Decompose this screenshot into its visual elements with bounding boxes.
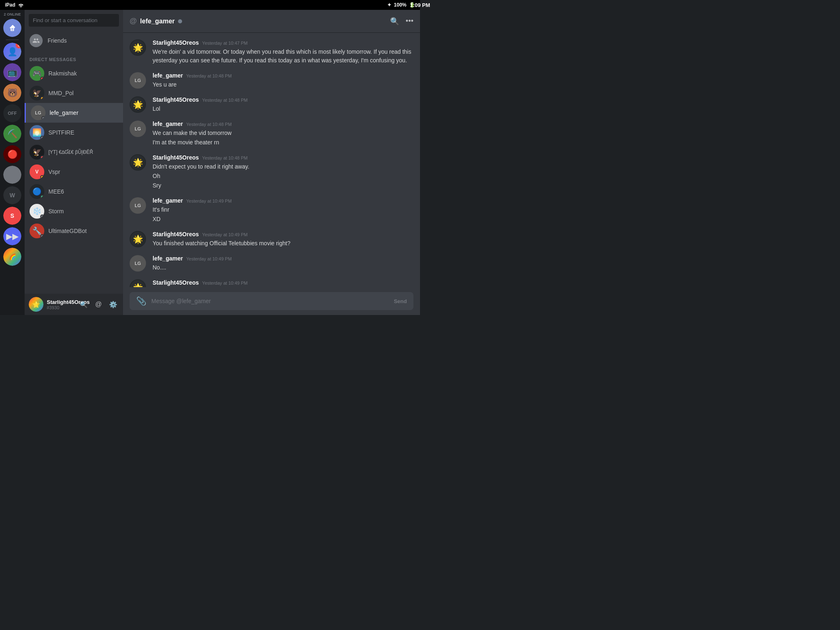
user-info: Starlight45Oreos #3930 [47, 299, 75, 310]
message-input[interactable] [151, 298, 389, 304]
message-group-1: 🌟 Starlight45Oreos Yesterday at 10:47 PM… [130, 39, 413, 66]
msg-author-7: Starlight45Oreos [153, 231, 199, 237]
server-sidebar: 2 ONLINE 👤 5 📺 🐻 OFF ⛏️ 🔴 [0, 10, 25, 315]
msg-avatar-lefe-3: LG [130, 197, 146, 214]
chat-username: lefe_gamer [140, 18, 175, 25]
dm-item-lefegamer[interactable]: LG lefe_gamer [25, 103, 123, 123]
friends-label: Friends [48, 37, 67, 44]
msg-author-3: Starlight45Oreos [153, 96, 199, 103]
time-display: 1:09 PM [410, 2, 420, 8]
msg-avatar-lefe-2: LG [130, 121, 146, 137]
status-dot-lefegamer [41, 116, 46, 120]
server-icon-official[interactable]: OFF [3, 104, 21, 122]
msg-timestamp-8: Yesterday at 10:49 PM [186, 256, 232, 261]
dm-item-rakmishak[interactable]: 🎮 Rakmishak [25, 64, 123, 83]
server-icon-bear[interactable]: 🐻 [3, 84, 21, 102]
search-button[interactable]: 🔍 [390, 17, 399, 26]
dm-name-mmdpol: MMD_Pol [48, 90, 73, 96]
msg-author-9: Starlight45Oreos [153, 279, 199, 286]
dm-name-mee6: MEE6 [48, 188, 64, 195]
user-name: Starlight45Oreos [47, 299, 75, 305]
battery-label: 100% [394, 2, 406, 8]
msg-author-2: lefe_gamer [153, 72, 183, 79]
dm-item-eagle[interactable]: 🦅 [YT] €∆Ɠ£€ βŨĮĐĒŘ [25, 142, 123, 162]
chat-status-dot [178, 19, 182, 23]
dm-item-spitfire[interactable]: 🌅 SPITFIRE [25, 123, 123, 142]
status-dot-ultimategdbot [40, 234, 44, 238]
message-group-9: 🌟 Starlight45Oreos Yesterday at 10:49 PM [130, 279, 413, 287]
server-icon-w[interactable]: W [3, 186, 21, 204]
message-group-8: LG lefe_gamer Yesterday at 10:49 PM No..… [130, 255, 413, 273]
message-group-2: LG lefe_gamer Yesterday at 10:48 PM Yes … [130, 72, 413, 90]
dm-name-vspr: Vspr [48, 169, 60, 175]
dm-name-spitfire: SPITFIRE [48, 129, 74, 136]
attach-button[interactable]: 📎 [136, 296, 146, 306]
mention-button[interactable]: @ [93, 299, 104, 310]
msg-header-5: Starlight45Oreos Yesterday at 10:48 PM [153, 154, 413, 161]
dm-name-storm: Storm [48, 208, 64, 215]
msg-text-3: Lol [153, 105, 413, 113]
send-button[interactable]: Send [394, 298, 407, 304]
dm-list: 🎮 Rakmishak 🦅 MMD_Pol LG lefe_gamer [25, 64, 123, 294]
msg-avatar-star-4: 🌟 [130, 231, 146, 247]
more-button[interactable]: ••• [406, 17, 413, 25]
settings-button[interactable]: ⚙️ [107, 299, 119, 310]
search-box[interactable]: Find or start a conversation [29, 14, 119, 27]
server-icon-arrow[interactable]: ▶▶ [3, 227, 21, 245]
dm-home-button[interactable] [3, 19, 21, 37]
msg-text-2: Yes u are [153, 80, 413, 89]
user-actions: 🔍 @ ⚙️ [78, 299, 119, 310]
msg-header-7: Starlight45Oreos Yesterday at 10:49 PM [153, 231, 413, 237]
message-group-7: 🌟 Starlight45Oreos Yesterday at 10:49 PM… [130, 231, 413, 249]
dm-item-ultimategdbot[interactable]: 🔧 UltimateGDBot [25, 221, 123, 241]
msg-content-3: Starlight45Oreos Yesterday at 10:48 PM L… [153, 96, 413, 114]
msg-author-4: lefe_gamer [153, 121, 183, 127]
msg-content-1: Starlight45Oreos Yesterday at 10:47 PM W… [153, 39, 413, 66]
dm-item-mmdpol[interactable]: 🦅 MMD_Pol [25, 83, 123, 103]
status-dot-spitfire [40, 136, 44, 140]
server-icon-gray[interactable] [3, 166, 21, 184]
friends-icon [32, 37, 40, 44]
wifi-icon [18, 2, 24, 7]
message-group-5: 🌟 Starlight45Oreos Yesterday at 10:48 PM… [130, 154, 413, 191]
friends-item[interactable]: Friends [25, 31, 123, 50]
dm-avatar-ultimategdbot: 🔧 [30, 224, 44, 238]
server-icon-colorful[interactable]: 🌈 [3, 248, 21, 266]
msg-avatar-star-1: 🌟 [130, 39, 146, 56]
dm-item-vspr[interactable]: V Vspr [25, 162, 123, 182]
dm-avatar-mee6: 🔵 [30, 184, 44, 199]
msg-avatar-star-3: 🌟 [130, 154, 146, 171]
msg-header-3: Starlight45Oreos Yesterday at 10:48 PM [153, 96, 413, 103]
dm-avatar-eagle: 🦅 [30, 145, 44, 160]
msg-timestamp-3: Yesterday at 10:48 PM [202, 98, 248, 103]
dm-avatar-spitfire: 🌅 [30, 125, 44, 140]
msg-text-6: It's finr XD [153, 205, 413, 224]
msg-text-7: You finished watching Official Teletubbi… [153, 239, 413, 248]
msg-timestamp-5: Yesterday at 10:48 PM [202, 155, 248, 160]
dm-item-mee6[interactable]: 🔵 MEE6 [25, 182, 123, 201]
dm-sidebar: Find or start a conversation Friends DIR… [25, 10, 123, 315]
bluetooth-icon: ✦ [387, 2, 391, 8]
status-dot-mee6 [40, 195, 44, 199]
mic-search-button[interactable]: 🔍 [78, 299, 89, 310]
msg-author-8: lefe_gamer [153, 255, 183, 262]
msg-content-6: lefe_gamer Yesterday at 10:49 PM It's fi… [153, 197, 413, 224]
status-dot-rakmishak [40, 77, 44, 81]
dm-item-storm[interactable]: ❄️ Storm [25, 201, 123, 221]
user-panel: 🌟 Starlight45Oreos #3930 🔍 @ ⚙️ [25, 294, 123, 315]
msg-content-5: Starlight45Oreos Yesterday at 10:48 PM D… [153, 154, 413, 191]
msg-avatar-lefe-4: LG [130, 255, 146, 272]
server-icon-minecraft[interactable]: ⛏️ [3, 125, 21, 143]
server-icon-red[interactable]: 🔴 [3, 145, 21, 163]
user-avatar: 🌟 [29, 297, 43, 312]
server-icon-1[interactable]: 👤 5 [3, 43, 21, 61]
dm-name-ultimategdbot: UltimateGDBot [48, 228, 87, 234]
status-bar: iPad 1:09 PM ✦ 100% 🔋 [0, 0, 420, 10]
server-icon-twitch[interactable]: 📺 [3, 63, 21, 81]
dm-name-lefegamer: lefe_gamer [50, 110, 78, 116]
status-dot-eagle [40, 155, 44, 160]
user-tag: #3930 [47, 305, 75, 310]
dm-avatar-lefegamer: LG [31, 105, 46, 120]
server-divider [6, 39, 19, 40]
server-icon-s[interactable]: S [3, 207, 21, 225]
